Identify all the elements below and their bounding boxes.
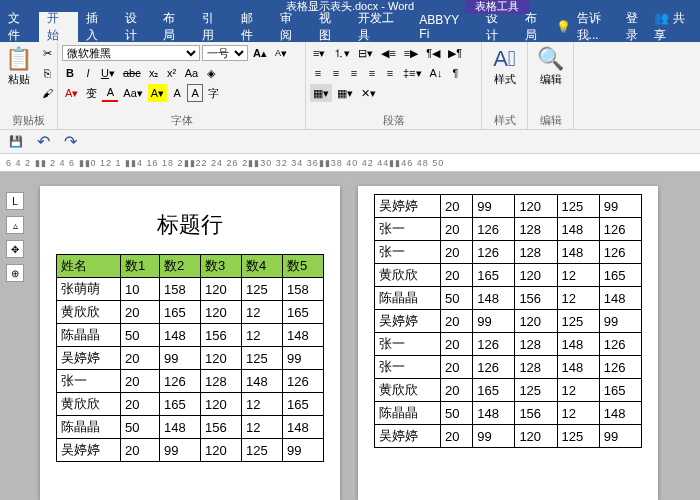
table-cell[interactable]: 148 [160,416,201,439]
table-cell[interactable]: 20 [440,195,472,218]
phonetic-guide-button[interactable]: 变 [83,84,100,102]
table-cell[interactable]: 20 [440,333,472,356]
table-row[interactable]: 吴婷婷209912012599 [375,195,642,218]
table-cell[interactable]: 20 [440,264,472,287]
table-cell[interactable]: 99 [282,439,323,462]
table-cell[interactable]: 128 [515,241,557,264]
table-cell[interactable]: 125 [557,195,599,218]
align-right-button[interactable]: ≡ [346,64,362,82]
table-cell[interactable]: 50 [440,287,472,310]
multilevel-button[interactable]: ⊟▾ [355,44,376,62]
nav-anchor-button[interactable]: ✥ [6,240,24,258]
table-cell[interactable]: 99 [160,439,201,462]
font-color-button[interactable]: A [102,84,118,102]
shading-button[interactable]: ▦▾ [310,84,332,102]
table-cell[interactable]: 黄欣欣 [57,393,121,416]
align-left-button[interactable]: ≡ [310,64,326,82]
horizontal-ruler[interactable]: 6 4 2 ▮▮ 2 4 6 ▮▮0 12 1 ▮▮4 16 18 2▮▮22 … [0,154,700,172]
table-cell[interactable]: 99 [599,310,641,333]
table-cell[interactable]: 黄欣欣 [375,379,441,402]
table-cell[interactable]: 148 [473,287,515,310]
table-cell[interactable]: 158 [160,278,201,301]
redo-button[interactable]: ↷ [61,133,80,151]
tab-view[interactable]: 视图 [311,12,350,42]
table-cell[interactable]: 148 [599,402,641,425]
tab-insert[interactable]: 插入 [78,12,117,42]
table-row[interactable]: 吴婷婷209912012599 [57,347,324,370]
line-spacing-button[interactable]: ‡≡▾ [400,64,425,82]
table-cell[interactable]: 156 [515,402,557,425]
table-cell[interactable]: 126 [599,241,641,264]
decrease-indent-button[interactable]: ◀≡ [378,44,398,62]
table-cell[interactable]: 156 [201,416,242,439]
char-shading-button[interactable]: A [169,84,185,102]
table-header[interactable]: 数5 [282,255,323,278]
table-row[interactable]: 张一20126128148126 [375,241,642,264]
table-cell[interactable]: 148 [473,402,515,425]
table-row[interactable]: 黄欣欣2016512012165 [375,264,642,287]
table-cell[interactable]: 黄欣欣 [375,264,441,287]
table-cell[interactable]: 165 [473,264,515,287]
table-cell[interactable]: 126 [160,370,201,393]
table-cell[interactable]: 张一 [375,356,441,379]
table-cell[interactable]: 120 [201,278,242,301]
table-cell[interactable]: 126 [599,333,641,356]
table-cell[interactable]: 125 [242,278,283,301]
table-cell[interactable]: 99 [599,195,641,218]
table-cell[interactable]: 黄欣欣 [57,301,121,324]
table-header[interactable]: 数3 [201,255,242,278]
table-cell[interactable]: 126 [473,241,515,264]
table-cell[interactable]: 148 [557,218,599,241]
tab-table-design[interactable]: 设计 [478,12,517,42]
table-cell[interactable]: 156 [201,324,242,347]
table-cell[interactable]: 148 [282,324,323,347]
show-marks-button[interactable]: ¶ [447,64,463,82]
table-cell[interactable]: 12 [242,324,283,347]
table-row[interactable]: 黄欣欣2016512512165 [375,379,642,402]
tab-layout[interactable]: 布局 [155,12,194,42]
tab-design[interactable]: 设计 [117,12,156,42]
ltr-button[interactable]: ¶◀ [423,44,443,62]
table-cell[interactable]: 156 [515,287,557,310]
table-cell[interactable]: 128 [515,218,557,241]
context-tab-table-tools[interactable]: 表格工具 [465,0,529,14]
tab-home[interactable]: 开始 [39,12,78,42]
format-painter-button[interactable]: 🖌 [39,84,56,102]
table-cell[interactable]: 20 [440,218,472,241]
table-cell[interactable]: 12 [557,264,599,287]
table-cell[interactable]: 125 [242,347,283,370]
styles-button[interactable]: Aͣ 样式 [489,44,520,89]
table-row[interactable]: 陈晶晶5014815612148 [375,402,642,425]
clear-formatting-button[interactable]: ◈ [203,64,219,82]
tell-me-input[interactable]: 告诉我... [577,10,620,44]
subscript-button[interactable]: x₂ [146,64,162,82]
table-cell[interactable]: 125 [557,425,599,448]
tab-abbyy[interactable]: ABBYY Fi [411,12,478,42]
table-cell[interactable]: 125 [515,379,557,402]
change-case-2-button[interactable]: Aa▾ [120,84,145,102]
font-size-select[interactable]: 一号 [202,45,248,61]
table-cell[interactable]: 99 [160,347,201,370]
table-cell[interactable]: 126 [473,333,515,356]
table-cell[interactable]: 120 [201,393,242,416]
table-cell[interactable]: 165 [473,379,515,402]
table-cell[interactable]: 12 [242,301,283,324]
table-cell[interactable]: 张萌萌 [57,278,121,301]
strikethrough-button[interactable]: abc [120,64,144,82]
table-cell[interactable]: 99 [473,425,515,448]
table-cell[interactable]: 20 [440,425,472,448]
table-cell[interactable]: 165 [160,301,201,324]
shrink-font-button[interactable]: A▾ [272,44,290,62]
grow-font-button[interactable]: A▴ [250,44,270,62]
table-row[interactable]: 陈晶晶5014815612148 [57,324,324,347]
numbering-button[interactable]: ⒈▾ [330,44,353,62]
table-row[interactable]: 吴婷婷209912012599 [57,439,324,462]
table-cell[interactable]: 20 [440,379,472,402]
table-cell[interactable]: 99 [473,310,515,333]
table-cell[interactable]: 126 [473,356,515,379]
distribute-button[interactable]: ≡ [382,64,398,82]
table-row[interactable]: 黄欣欣2016512012165 [57,301,324,324]
underline-button[interactable]: U▾ [98,64,118,82]
table-cell[interactable]: 120 [515,264,557,287]
ruler-toggle-button[interactable]: L [6,192,24,210]
